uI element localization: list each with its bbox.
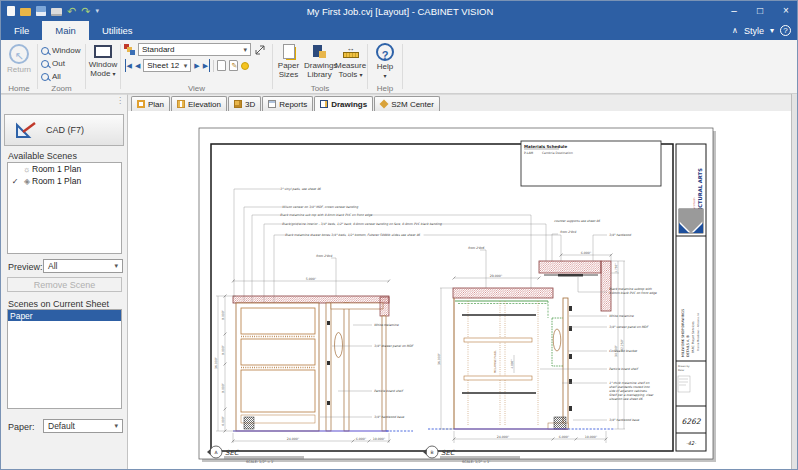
- sheet-select[interactable]: Sheet 12▾: [143, 59, 191, 72]
- elevation-icon: [177, 100, 185, 108]
- scene-icon: ◈: [22, 177, 32, 186]
- first-sheet-button[interactable]: ◀: [125, 59, 132, 72]
- undo-icon[interactable]: ↶: [67, 6, 76, 16]
- materials-col2: Cambria Destination: [542, 151, 573, 155]
- paper-select[interactable]: Default▾: [43, 419, 123, 433]
- lightbulb-icon[interactable]: [241, 62, 249, 70]
- scale-text: SCALE: 1/2" = 1': [462, 460, 490, 464]
- new-document-icon[interactable]: [7, 6, 15, 16]
- dim-text: 24.000": [287, 437, 300, 441]
- zoom-window-button[interactable]: Window: [41, 44, 85, 57]
- zoom-window-icon: [41, 47, 49, 55]
- panel-handle-icon[interactable]: ⋮: [116, 96, 124, 105]
- new-sheet-icon[interactable]: [217, 60, 226, 71]
- callout-text: Black melamine drawer boxes 3/4" beds, 1…: [285, 233, 421, 237]
- dim-text: 9.000": [221, 382, 225, 393]
- dim-text: 9.000": [221, 309, 225, 320]
- divider: [213, 60, 214, 72]
- fit-view-icon[interactable]: [254, 44, 266, 56]
- open-file-icon[interactable]: [20, 8, 31, 16]
- dim-text: 1.750": [614, 263, 618, 273]
- annotation-text: Particle board shelf: [374, 389, 404, 393]
- collapse-ribbon-icon[interactable]: ∧: [732, 26, 738, 35]
- cad-button-label: CAD (F7): [46, 125, 84, 135]
- dim-text: 9.000": [221, 344, 225, 355]
- combo-caret-icon: ▾: [184, 62, 188, 70]
- dim-text: 4.000": [221, 415, 225, 426]
- tab-elevation[interactable]: Elevation: [171, 96, 227, 111]
- help-circle-icon[interactable]: ?: [780, 25, 791, 36]
- section-label: SEC: [225, 449, 240, 457]
- scale-text: SCALE: 1/2" = 1': [246, 460, 274, 464]
- close-button[interactable]: ×: [773, 1, 798, 21]
- last-sheet-button[interactable]: ▶: [203, 59, 210, 72]
- tab-plan[interactable]: Plan: [131, 96, 170, 111]
- view-style-select[interactable]: Standard▾: [138, 43, 251, 56]
- redo-icon[interactable]: ↷: [81, 6, 90, 16]
- group-divider: [402, 44, 403, 89]
- drawing-sheet: Materials Schedule P-LAM Cambria Destina…: [128, 111, 798, 470]
- print-icon[interactable]: [51, 8, 62, 16]
- scenes-on-sheet-label: Scenes on Current Sheet: [8, 299, 109, 309]
- tab-drawings[interactable]: Drawings: [314, 96, 373, 111]
- materials-col1: P-LAM: [524, 151, 534, 155]
- drawings-library-button[interactable]: Drawings Library: [304, 42, 335, 79]
- title-block: ARCHITECTURAL ARTS CUSTOM MILLWORK & FIX…: [676, 144, 706, 451]
- measure-tools-button[interactable]: ↔ Measure Tools ▾: [335, 42, 366, 80]
- cube-3d-icon: [234, 100, 242, 108]
- measure-caret-icon: ▾: [359, 72, 362, 78]
- scrollbar-strip[interactable]: [791, 94, 797, 470]
- zoom-all-icon: [41, 73, 49, 81]
- scene-list-item[interactable]: ✓ ◈ Room 1 Plan: [8, 175, 121, 187]
- minimize-button[interactable]: –: [721, 1, 747, 21]
- firm-logo: [679, 209, 703, 233]
- cad-sidebar: ⋮ CAD (F7) Available Scenes ☼ Room 1 Pla…: [1, 94, 128, 470]
- tab-file[interactable]: File: [1, 21, 42, 40]
- return-button[interactable]: ↖ Return: [1, 44, 37, 74]
- tab-utilities[interactable]: Utilities: [89, 21, 146, 40]
- drawings-icon: [320, 100, 328, 108]
- paper-list-item[interactable]: Paper: [8, 310, 121, 321]
- drawing-canvas[interactable]: Materials Schedule P-LAM Cambria Destina…: [128, 111, 798, 470]
- drawn-by-label: Drawn by:: [678, 365, 690, 368]
- paper-sizes-button[interactable]: Paper Sizes: [273, 42, 304, 79]
- style-caret-icon[interactable]: ▾: [770, 26, 774, 35]
- select-caret-icon: ▾: [114, 262, 118, 270]
- group-label-zoom: Zoom: [38, 84, 85, 93]
- qat-dropdown-icon[interactable]: ▾: [95, 7, 99, 15]
- window-mode-button[interactable]: Window Mode ▾: [86, 45, 120, 79]
- previous-sheet-button[interactable]: ◀: [135, 59, 140, 72]
- edit-sheet-icon[interactable]: ✎: [229, 60, 238, 71]
- scene-icon: ☼: [22, 165, 32, 174]
- maximize-button[interactable]: □: [747, 1, 773, 21]
- callout-text: Black/gold/wine interior - 3/4" beds, 1/…: [282, 222, 443, 226]
- dim-text: 10.000": [373, 437, 386, 441]
- tab-reports[interactable]: Reports: [262, 96, 313, 111]
- paper-sizes-icon: [283, 44, 295, 59]
- tab-3d[interactable]: 3D: [228, 96, 261, 111]
- annotation-text: 3/4" veneer panel on MDF: [609, 325, 649, 329]
- dim-text: 24.000": [497, 435, 510, 439]
- next-sheet-button[interactable]: ▶: [194, 59, 199, 72]
- callout-text: Black melamine sub top with 0.8mm black …: [280, 213, 372, 217]
- tab-main[interactable]: Main: [42, 21, 89, 40]
- remove-scene-button[interactable]: Remove Scene: [7, 277, 122, 292]
- project-subtitle: DETAILS A, B: [686, 335, 690, 357]
- quick-access-toolbar: ↶ ↷ ▾: [7, 6, 99, 16]
- tab-s2m-center[interactable]: S2M Center: [374, 96, 440, 111]
- help-button[interactable]: ? Help▾: [368, 43, 402, 81]
- style-menu[interactable]: Style: [744, 26, 764, 36]
- zoom-out-button[interactable]: Out: [41, 57, 85, 70]
- dim-text: 4.000": [510, 359, 514, 369]
- preview-select[interactable]: All▾: [43, 259, 123, 273]
- window-mode-icon: [94, 45, 112, 58]
- return-label: Return: [1, 65, 37, 74]
- check-icon: ✓: [8, 177, 22, 186]
- save-icon[interactable]: [36, 6, 46, 16]
- job-number: 6262: [681, 417, 701, 426]
- section-letter: B: [430, 450, 433, 455]
- zoom-all-button[interactable]: All: [41, 70, 85, 83]
- scene-list-item[interactable]: ☼ Room 1 Plan: [8, 163, 121, 175]
- materials-title: Materials Schedule: [524, 144, 567, 149]
- cad-button[interactable]: CAD (F7): [4, 114, 124, 146]
